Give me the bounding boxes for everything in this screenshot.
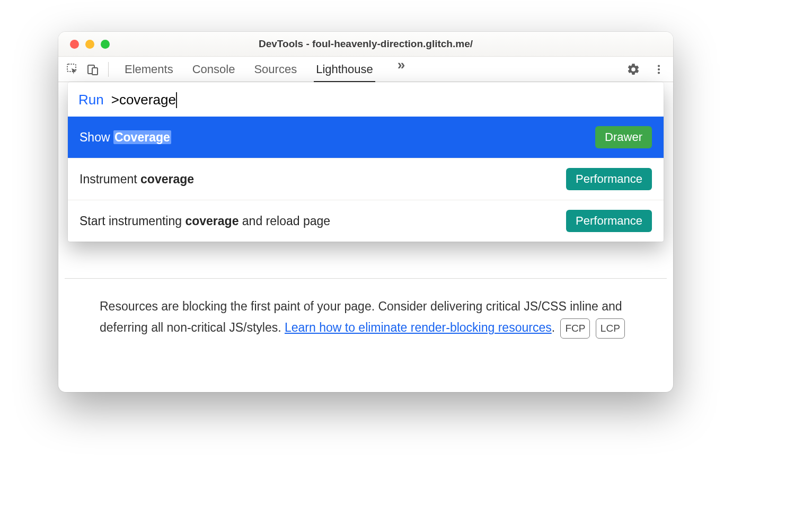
devtools-toolbar: Elements Console Sources Lighthouse » [58,57,673,82]
settings-gear-icon[interactable] [623,59,643,79]
inspect-element-icon[interactable] [63,59,83,79]
command-palette-input-row[interactable]: Run >coverage [68,82,664,117]
devtools-window: DevTools - foul-heavenly-direction.glitc… [58,32,673,392]
palette-item-instrument-coverage[interactable]: Instrument coverage Performance [68,158,664,200]
palette-item-start-instrumenting[interactable]: Start instrumenting coverage and reload … [68,200,664,242]
more-tabs-icon[interactable]: » [398,57,405,82]
palette-mode-label: Run [78,92,104,108]
metric-badge-fcp: FCP [560,318,590,338]
palette-item-show-coverage[interactable]: Show Coverage Drawer [68,117,664,158]
tab-sources[interactable]: Sources [254,57,297,82]
minimize-window-button[interactable] [85,40,94,49]
tab-console[interactable]: Console [192,57,235,82]
toolbar-divider [108,62,109,77]
text-cursor-icon [176,92,177,108]
svg-point-4 [658,68,660,70]
svg-point-3 [658,65,660,67]
metric-badge-lcp: LCP [596,318,625,338]
command-palette-results: Show Coverage Drawer Instrument coverage… [68,117,664,242]
palette-item-badge: Performance [566,168,652,190]
palette-query-text: >coverage [111,92,176,108]
palette-item-label: Show Coverage [80,130,171,145]
svg-rect-2 [92,68,98,75]
close-window-button[interactable] [70,40,79,49]
tab-lighthouse[interactable]: Lighthouse [316,57,373,82]
palette-item-label: Instrument coverage [80,172,194,187]
command-palette: Run >coverage Show Coverage Drawer Instr… [68,82,664,242]
titlebar: DevTools - foul-heavenly-direction.glitc… [58,32,673,57]
tab-elements[interactable]: Elements [125,57,173,82]
devtools-tabs: Elements Console Sources Lighthouse » [125,57,623,82]
learn-more-link[interactable]: Learn how to eliminate render-blocking r… [285,321,552,334]
device-toolbar-icon[interactable] [83,59,103,79]
palette-item-badge: Drawer [595,126,652,148]
svg-point-5 [658,72,660,74]
palette-item-label: Start instrumenting coverage and reload … [80,214,330,228]
palette-item-badge: Performance [566,210,652,232]
maximize-window-button[interactable] [101,40,110,49]
explainer-punct: . [552,321,555,334]
window-title: DevTools - foul-heavenly-direction.glitc… [58,38,673,50]
content-divider [65,278,667,279]
traffic-lights [70,40,110,49]
audit-explainer: Resources are blocking the first paint o… [58,289,673,339]
more-options-icon[interactable] [649,59,669,79]
